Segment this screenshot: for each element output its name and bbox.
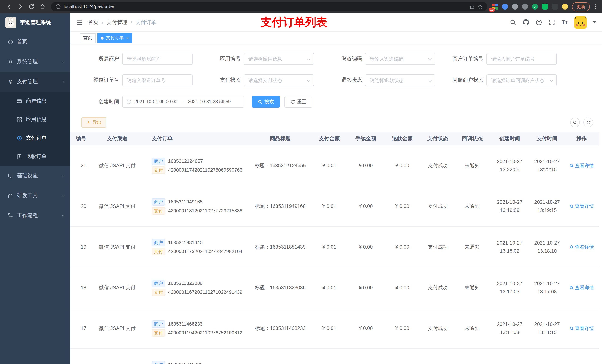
caret-down-icon[interactable]: [593, 21, 596, 23]
merchant-filter-input[interactable]: [122, 53, 193, 65]
sidebar-item-dev-tools[interactable]: 研发工具: [0, 186, 70, 206]
extension-emoji-icon[interactable]: ◡: [562, 3, 568, 10]
extension-gray-icon-2[interactable]: [522, 3, 528, 10]
merchant-filter[interactable]: [122, 53, 193, 65]
extension-blue-icon[interactable]: [502, 3, 508, 10]
pay-tag: 支付: [152, 166, 165, 174]
notify-status: 未通知: [455, 162, 489, 169]
refresh-icon: [290, 99, 295, 104]
forward-icon[interactable]: [16, 2, 25, 11]
address-bar[interactable]: localhost:1024/pay/order: [51, 2, 487, 11]
help-icon[interactable]: ?: [535, 19, 542, 26]
export-button[interactable]: 导出: [81, 117, 106, 128]
info-icon[interactable]: [55, 4, 61, 9]
browser-menu-icon[interactable]: ⋮: [593, 3, 598, 10]
create-time: 2021-10-2713:22:05: [489, 157, 530, 174]
extension-dark-icon[interactable]: [552, 3, 558, 10]
app-no-select[interactable]: [244, 53, 314, 65]
avatar[interactable]: [574, 16, 587, 29]
order-id: 17: [70, 325, 92, 331]
sidebar-item-merchant-info[interactable]: 商户信息: [0, 92, 70, 110]
back-icon[interactable]: [4, 2, 14, 11]
tag-home[interactable]: 首页: [80, 33, 96, 43]
refund-status-select[interactable]: [365, 74, 435, 86]
pay-tag: 支付: [152, 248, 165, 255]
sidebar-item-refund-order[interactable]: 退款订单: [0, 147, 70, 166]
app-no-select-input[interactable]: [244, 53, 314, 65]
breadcrumb-pay-manage[interactable]: 支付管理: [107, 19, 127, 26]
channel-code-select[interactable]: [365, 53, 435, 65]
col-header-status: 支付状态: [420, 135, 455, 142]
merchant-order-no: 1635311415796: [168, 362, 203, 364]
col-header-pay-time: 支付时间: [530, 135, 564, 142]
reset-button[interactable]: 重置: [284, 96, 312, 108]
pay-order-no: 4200001167202110271022491439: [168, 289, 242, 295]
merchant-order-no-input[interactable]: [486, 53, 557, 65]
pay-tag: 支付: [152, 288, 165, 296]
share-icon[interactable]: [469, 4, 475, 9]
date-start[interactable]: 2021-10-01 00:00:00: [134, 99, 177, 104]
close-icon[interactable]: ×: [126, 36, 129, 40]
pay-status-select-input[interactable]: [244, 74, 314, 86]
home-icon[interactable]: [38, 2, 47, 11]
view-detail-link[interactable]: 查看详情: [569, 203, 594, 209]
sidebar-item-infrastructure[interactable]: 基础设施: [0, 166, 70, 186]
sidebar-item-system[interactable]: 系统管理: [0, 52, 70, 72]
pay-amount: ¥ 0.01: [311, 203, 348, 209]
extension-badge: 10: [489, 8, 495, 12]
product-title: 标题：1635311468233: [249, 325, 311, 332]
view-detail-link[interactable]: 查看详情: [569, 284, 594, 291]
font-size-icon[interactable]: TT: [561, 19, 568, 26]
merchant-order-no-field[interactable]: [486, 53, 557, 65]
product-title: 标题：1635311949168: [249, 203, 311, 209]
bookmark-star-icon[interactable]: [478, 4, 483, 9]
callback-status-select-input[interactable]: [486, 74, 557, 86]
channel-order-no-field[interactable]: [122, 74, 193, 86]
app-logo: 芋道管理系统: [0, 13, 70, 32]
sidebar-item-payment[interactable]: ¥ 支付管理: [0, 72, 70, 92]
create-time-range[interactable]: 2021-10-01 00:00:00 - 2021-10-31 23:59:5…: [122, 96, 244, 108]
extension-green-circle-icon[interactable]: ✓: [532, 3, 538, 10]
view-detail-link[interactable]: 查看详情: [569, 325, 594, 332]
sidebar-item-label: 支付管理: [17, 78, 57, 85]
search-icon[interactable]: [509, 19, 516, 26]
date-end[interactable]: 2021-10-31 23:59:59: [188, 99, 231, 104]
app-title: 芋道管理系统: [20, 19, 51, 26]
callback-status-select[interactable]: [486, 74, 557, 86]
view-detail-link[interactable]: 查看详情: [569, 244, 594, 250]
search-icon: [258, 99, 262, 104]
toolbox-icon: [7, 193, 13, 199]
update-button[interactable]: 更新: [572, 2, 590, 11]
merchant-order-no: 1635311881440: [168, 240, 203, 245]
toggle-search-button[interactable]: [570, 118, 580, 127]
view-detail-link[interactable]: 查看详情: [569, 162, 594, 169]
pay-status-select[interactable]: [244, 74, 314, 86]
refund-status-select-input[interactable]: [365, 74, 435, 86]
channel-order-no-input[interactable]: [122, 74, 193, 86]
sidebar-item-pay-order[interactable]: 支付订单: [0, 129, 70, 147]
extension-palette-icon[interactable]: 10: [492, 3, 498, 10]
table-header: 编号 支付渠道 支付订单 商品标题 支付金额 手续金额 退款金额 支付状态 回调…: [70, 132, 599, 145]
github-icon[interactable]: [522, 19, 529, 26]
sidebar-item-home[interactable]: 首页: [0, 32, 70, 52]
search-button[interactable]: 搜索: [252, 96, 280, 108]
search-icon: [569, 204, 574, 208]
create-time: 2021-10-2713:18:02: [489, 239, 530, 255]
tag-pay-order[interactable]: 支付订单 ×: [97, 33, 132, 43]
filter-row-3: 创建时间 2021-10-01 00:00:00 - 2021-10-31 23…: [81, 96, 602, 108]
action-cell: 查看详情: [564, 203, 599, 209]
reload-icon[interactable]: [27, 2, 36, 11]
sidebar-item-app-info[interactable]: 应用信息: [0, 110, 70, 129]
menu-fold-icon[interactable]: [70, 19, 88, 26]
sidebar-item-workflow[interactable]: 工作流程: [0, 206, 70, 226]
svg-text:?: ?: [538, 21, 540, 24]
refresh-table-button[interactable]: [583, 118, 593, 127]
logo-avatar: [5, 17, 16, 28]
breadcrumb: 首页 / 支付管理 / 支付订单: [88, 19, 156, 26]
breadcrumb-home[interactable]: 首页: [88, 19, 98, 26]
channel-code-select-input[interactable]: [365, 53, 435, 65]
extension-green-square-icon[interactable]: [542, 3, 548, 10]
url-text[interactable]: localhost:1024/pay/order: [64, 4, 466, 9]
fullscreen-icon[interactable]: [548, 19, 555, 26]
extension-gray-icon-1[interactable]: [512, 3, 518, 10]
